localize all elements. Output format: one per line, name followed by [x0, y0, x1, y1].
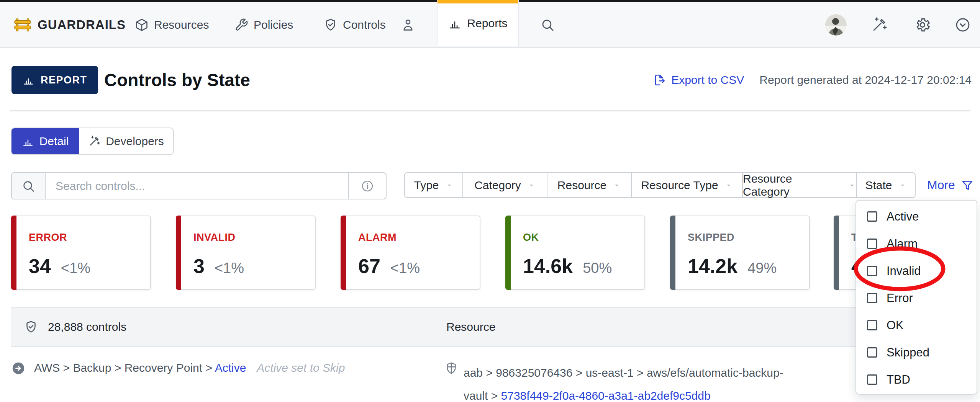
funnel-icon: [960, 178, 974, 192]
state-option-active[interactable]: Active: [856, 203, 977, 230]
filter-state-button[interactable]: State: [856, 173, 915, 197]
more-filters-button[interactable]: More: [927, 172, 974, 198]
brand-logo[interactable]: GUARDRAILS: [14, 2, 126, 47]
nav-label-policies: Policies: [254, 18, 293, 31]
card-accent-bar: [176, 216, 181, 290]
card-value: 34: [29, 255, 51, 278]
state-option-label: OK: [887, 319, 904, 332]
card-accent-bar: [670, 216, 675, 290]
controls-count-label: 28,888 controls: [48, 320, 126, 333]
state-option-tbd[interactable]: TBD: [856, 366, 977, 393]
resource-shield-icon: [444, 361, 458, 375]
card-label: ERROR: [29, 232, 67, 243]
detail-tab-button[interactable]: Detail: [11, 128, 79, 154]
control-state-link[interactable]: Active: [215, 361, 246, 374]
export-csv-label: Export to CSV: [671, 74, 744, 87]
chevron-down-icon: [445, 181, 454, 190]
gear-icon[interactable]: [914, 2, 931, 47]
resource-column-header: Resource: [446, 308, 495, 346]
resource-line-1: aab > 986325076436 > us-east-1 > aws/efs…: [464, 361, 916, 384]
report-generated-timestamp: Report generated at 2024-12-17 20:02:14: [759, 74, 972, 87]
state-option-alarm[interactable]: Alarm: [856, 230, 977, 257]
control-run-icon[interactable]: [11, 361, 26, 376]
tab-reports[interactable]: Reports: [437, 0, 519, 46]
state-filter-dropdown: Active Alarm Invalid Error OK Skipped TB…: [855, 200, 977, 395]
nav-item-policies[interactable]: Policies: [234, 2, 293, 47]
resource-link[interactable]: 5738f449-2f0a-4860-a3a1-ab2def9c5ddb: [501, 389, 711, 402]
bar-chart-icon: [448, 16, 462, 30]
state-option-error[interactable]: Error: [856, 284, 977, 312]
info-icon[interactable]: [348, 173, 386, 199]
file-export-icon: [653, 74, 666, 87]
filter-resource-type-button[interactable]: Resource Type: [631, 173, 742, 197]
resource-line-2: vault > 5738f449-2f0a-4860-a3a1-ab2def9c…: [464, 384, 916, 402]
filter-type-button[interactable]: Type: [405, 173, 462, 197]
checkbox[interactable]: [867, 320, 877, 330]
chevron-down-icon: [848, 181, 856, 190]
checkbox[interactable]: [867, 239, 877, 249]
state-option-skipped[interactable]: Skipped: [856, 339, 977, 366]
developers-tab-label: Developers: [106, 135, 164, 148]
card-accent-bar: [834, 216, 839, 290]
checkbox[interactable]: [867, 266, 877, 276]
nav-item-controls[interactable]: Controls: [324, 2, 386, 47]
checkbox[interactable]: [867, 374, 877, 385]
card-value: 14.2k: [688, 255, 737, 278]
filter-resource-label: Resource: [557, 179, 606, 192]
stat-card-ok[interactable]: OK 14.6k50%: [505, 216, 645, 290]
filter-button-group: Type Category Resource Resource Type Res…: [404, 172, 916, 198]
card-value: 67: [358, 255, 380, 278]
wrench-icon: [234, 18, 248, 32]
control-path-cell: AWS > Backup > Recovery Point > ActiveAc…: [34, 361, 345, 374]
chevron-down-icon: [613, 181, 621, 190]
state-option-invalid[interactable]: Invalid: [856, 257, 977, 284]
stat-card-invalid[interactable]: INVALID 3<1%: [176, 216, 316, 290]
wand-icon[interactable]: [871, 2, 888, 47]
developers-tab-button[interactable]: Developers: [79, 128, 173, 154]
avatar[interactable]: [825, 14, 847, 36]
controls-count-header: 28,888 controls: [24, 308, 126, 346]
search-icon[interactable]: [12, 173, 46, 199]
stat-card-alarm[interactable]: ALARM 67<1%: [341, 216, 480, 290]
checkbox[interactable]: [867, 293, 877, 303]
card-accent-bar: [505, 216, 511, 290]
nav-label-controls: Controls: [343, 18, 386, 31]
chevron-down-icon: [898, 181, 907, 190]
nav-search-icon[interactable]: [540, 2, 555, 47]
state-option-label: Error: [887, 291, 913, 305]
filter-category-button[interactable]: Category: [462, 173, 547, 197]
shield-check-icon: [24, 320, 38, 334]
filter-resource-category-label: Resource Category: [743, 172, 842, 198]
state-option-label: Alarm: [887, 237, 918, 251]
filter-resource-category-button[interactable]: Resource Category: [742, 173, 856, 197]
card-accent-bar: [341, 216, 346, 290]
shield-check-icon: [324, 18, 338, 32]
filter-resource-type-label: Resource Type: [641, 179, 718, 192]
filter-category-label: Category: [474, 179, 521, 192]
nav-label-reports: Reports: [467, 17, 507, 30]
chevron-down-icon: [724, 181, 733, 190]
card-value: 3: [193, 255, 205, 278]
nav-label-resources: Resources: [154, 18, 209, 31]
chevron-down-circle-icon[interactable]: [954, 2, 971, 47]
active-tab-indicator: [438, 0, 518, 3]
checkbox[interactable]: [867, 347, 877, 358]
stat-card-skipped[interactable]: SKIPPED 14.2k49%: [670, 216, 810, 290]
stat-card-error[interactable]: ERROR 34<1%: [11, 216, 151, 290]
guardrails-logo-icon: [14, 16, 31, 34]
report-type-badge: REPORT: [11, 66, 98, 94]
bar-chart-icon: [22, 135, 34, 147]
filter-resource-button[interactable]: Resource: [547, 173, 631, 197]
state-option-ok[interactable]: OK: [856, 312, 977, 339]
view-toggle: Detail Developers: [11, 127, 174, 155]
checkbox[interactable]: [867, 211, 877, 222]
card-percent: <1%: [61, 260, 90, 276]
export-csv-button[interactable]: Export to CSV: [653, 74, 744, 87]
state-option-label: TBD: [887, 373, 910, 387]
person-icon[interactable]: [401, 2, 415, 47]
search-input[interactable]: [46, 173, 348, 199]
nav-item-resources[interactable]: Resources: [135, 2, 209, 47]
filter-state-label: State: [865, 179, 892, 192]
brand-name: GUARDRAILS: [38, 18, 126, 32]
control-note: Active set to Skip: [257, 361, 345, 374]
